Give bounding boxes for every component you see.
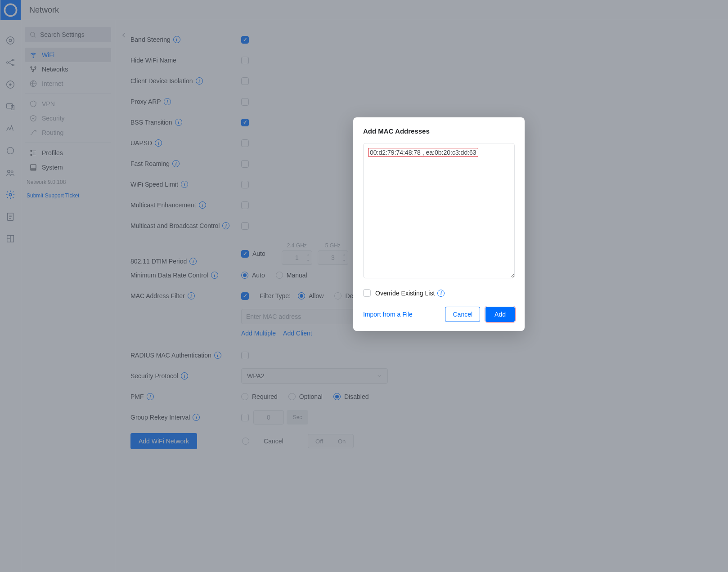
modal-add-button[interactable]: Add <box>485 307 515 322</box>
modal-overlay[interactable]: Add MAC Addresses 00:d2:79:74:48:78 , ea… <box>0 0 728 572</box>
modal-cancel-button[interactable]: Cancel <box>445 307 480 322</box>
mac-entry-invalid: 00:d2:79:74:48:78 , ea:0b:20:c3:dd:63 <box>368 148 478 157</box>
modal-title: Add MAC Addresses <box>363 127 515 135</box>
info-icon[interactable] <box>437 290 445 297</box>
import-from-file-link[interactable]: Import from a File <box>363 311 413 318</box>
checkbox-override-list[interactable] <box>363 289 371 297</box>
add-mac-modal: Add MAC Addresses 00:d2:79:74:48:78 , ea… <box>353 117 525 331</box>
label-override-list: Override Existing List <box>375 290 435 297</box>
mac-addresses-textarea[interactable]: 00:d2:79:74:48:78 , ea:0b:20:c3:dd:63 <box>363 143 515 278</box>
